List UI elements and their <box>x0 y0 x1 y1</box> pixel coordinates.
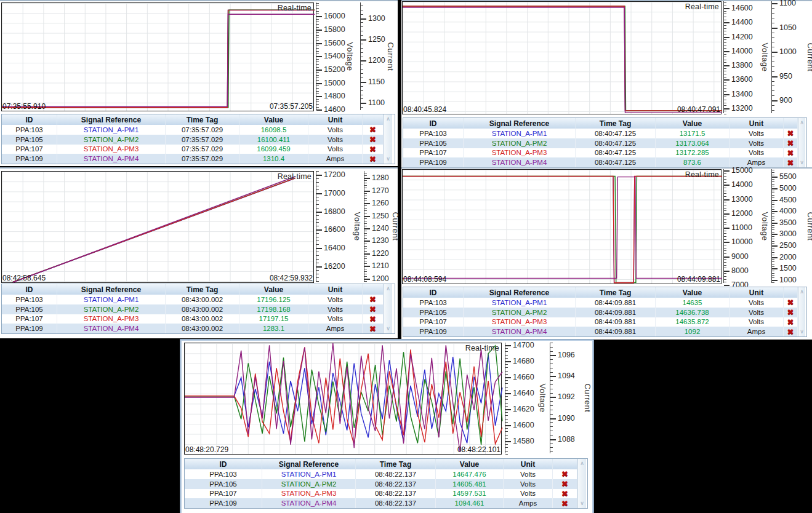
delete-measurement-button[interactable]: ✖ <box>369 305 376 313</box>
cell-value: 14605.481 <box>436 479 504 489</box>
table-scrollbar[interactable]: ∧∨ <box>798 118 805 167</box>
cell-id: PPA:107 <box>2 314 57 324</box>
axis-major-tick <box>316 70 322 71</box>
axis-minor-tick <box>772 42 774 42</box>
axis-minor-tick <box>724 20 726 20</box>
table-scrollbar[interactable]: ∧∨ <box>798 287 805 336</box>
cell-id: PPA:103 <box>185 469 262 479</box>
scroll-down-icon[interactable]: ∨ <box>800 329 804 335</box>
column-header-signal-reference: Signal Reference <box>57 284 166 295</box>
axis-minor-tick <box>724 276 726 277</box>
scroll-down-icon[interactable]: ∨ <box>386 156 390 162</box>
chart-plot[interactable]: Real-time 07:35:55.910 07:35:57.205 <box>1 2 314 111</box>
axis-minor-tick <box>316 178 319 179</box>
axis-major-tick <box>772 52 778 53</box>
scroll-down-icon[interactable]: ∨ <box>386 326 390 332</box>
column-header-delete <box>363 284 384 295</box>
chart-plot[interactable]: Real-time 08:48:20.729 08:48:22.101 <box>184 343 502 455</box>
delete-measurement-button[interactable]: ✖ <box>561 470 568 478</box>
axis-minor-tick <box>724 250 726 251</box>
chart-plot[interactable]: Real-time 08:44:08.594 08:44:09.881 <box>402 169 722 284</box>
column-header-id: ID <box>403 287 464 298</box>
delete-measurement-button[interactable]: ✖ <box>561 490 568 498</box>
column-header-time-tag: Time Tag <box>576 287 656 298</box>
axis-minor-tick <box>316 237 319 237</box>
axis-tick-label: 12000 <box>731 209 753 218</box>
delete-measurement-button[interactable]: ✖ <box>787 159 794 167</box>
cell-id: PPA:107 <box>185 489 262 499</box>
table-scrollbar[interactable]: ∧∨ <box>384 284 392 333</box>
axis-minor-tick <box>772 57 774 57</box>
cell-time-tag: 08:43:00.002 <box>166 304 239 314</box>
cell-value: 14636.738 <box>656 308 730 317</box>
cell-signal-reference: STATION_A-PM1 <box>57 125 166 135</box>
cell-signal-reference: STATION_A-PM2 <box>464 308 576 317</box>
cell-unit: Volts <box>730 317 784 327</box>
delete-measurement-button[interactable]: ✖ <box>787 139 794 147</box>
scroll-up-icon[interactable]: ∧ <box>580 461 584 466</box>
table-scrollbar[interactable]: ∧∨ <box>577 459 586 508</box>
axis-minor-tick <box>316 171 319 172</box>
axis-minor-tick <box>364 274 367 274</box>
scroll-up-icon[interactable]: ∧ <box>800 120 804 125</box>
delete-measurement-button[interactable]: ✖ <box>787 328 794 336</box>
delete-measurement-button[interactable]: ✖ <box>787 318 794 326</box>
axis-minor-tick <box>724 77 726 78</box>
delete-measurement-button[interactable]: ✖ <box>369 315 376 323</box>
axis-tick-label: 14200 <box>731 32 753 41</box>
scroll-up-icon[interactable]: ∧ <box>386 286 390 292</box>
chart-plot[interactable]: Real-time 08:42:58.645 08:42:59.932 <box>1 171 314 283</box>
axis-minor-tick <box>316 270 319 271</box>
delete-measurement-button[interactable]: ✖ <box>369 325 376 333</box>
cell-value: 13172.285 <box>656 148 730 158</box>
delete-measurement-button[interactable]: ✖ <box>787 149 794 157</box>
cell-unit: Amps <box>308 154 363 164</box>
delete-measurement-button[interactable]: ✖ <box>787 129 794 137</box>
cell-time-tag: 08:40:47.125 <box>576 148 656 158</box>
axis-minor-tick <box>772 110 774 111</box>
axis-tick-label: 1280 <box>372 173 389 182</box>
voltage-axis: Voltage172001700016800166001640016200 <box>313 171 360 282</box>
delete-measurement-button[interactable]: ✖ <box>369 125 376 133</box>
table-scrollbar[interactable]: ∧∨ <box>384 114 392 164</box>
cell-unit: Volts <box>308 314 363 324</box>
axis-minor-tick <box>316 38 319 38</box>
chart-plot[interactable]: Real-time 08:40:45.824 08:40:47.091 <box>402 1 722 114</box>
measurements-table: IDSignal ReferenceTime TagValueUnitPPA:1… <box>403 287 807 337</box>
axis-minor-tick <box>772 170 774 170</box>
axis-tick-label: 1300 <box>368 14 385 22</box>
axis-minor-tick <box>724 217 726 217</box>
delete-measurement-button[interactable]: ✖ <box>369 295 376 303</box>
axis-major-tick <box>550 355 556 356</box>
measurement-panel-1: Real-time 07:35:55.910 07:35:57.205 Volt… <box>0 0 398 166</box>
axis-minor-tick <box>364 185 367 186</box>
axis-major-tick <box>724 37 730 38</box>
axis-minor-tick <box>364 173 367 173</box>
cell-time-tag: 07:35:57.029 <box>166 125 239 135</box>
delete-measurement-button[interactable]: ✖ <box>787 308 794 316</box>
scroll-down-icon[interactable]: ∨ <box>800 160 804 165</box>
axis-minor-tick <box>316 19 319 20</box>
axis-minor-tick <box>505 371 508 372</box>
scroll-down-icon[interactable]: ∨ <box>580 501 584 506</box>
delete-measurement-button[interactable]: ✖ <box>369 135 376 143</box>
delete-measurement-button[interactable]: ✖ <box>369 145 376 153</box>
axis-minor-tick <box>724 68 726 69</box>
axis-minor-tick <box>550 410 553 410</box>
axis-minor-tick <box>316 244 319 245</box>
cell-id: PPA:105 <box>403 138 464 148</box>
chart-series <box>2 172 315 284</box>
axis-minor-tick <box>724 57 726 57</box>
axis-minor-tick <box>361 22 363 23</box>
scroll-up-icon[interactable]: ∧ <box>386 116 390 122</box>
axis-minor-tick <box>772 236 774 237</box>
delete-measurement-button[interactable]: ✖ <box>369 155 376 163</box>
axis-major-tick <box>316 212 322 213</box>
axis-minor-tick <box>772 271 774 271</box>
delete-cell: ✖ <box>363 295 384 304</box>
delete-measurement-button[interactable]: ✖ <box>561 499 568 507</box>
scroll-up-icon[interactable]: ∧ <box>800 289 804 295</box>
delete-measurement-button[interactable]: ✖ <box>787 298 794 306</box>
cell-signal-reference: STATION_A-PM4 <box>262 498 356 508</box>
delete-measurement-button[interactable]: ✖ <box>561 480 568 488</box>
